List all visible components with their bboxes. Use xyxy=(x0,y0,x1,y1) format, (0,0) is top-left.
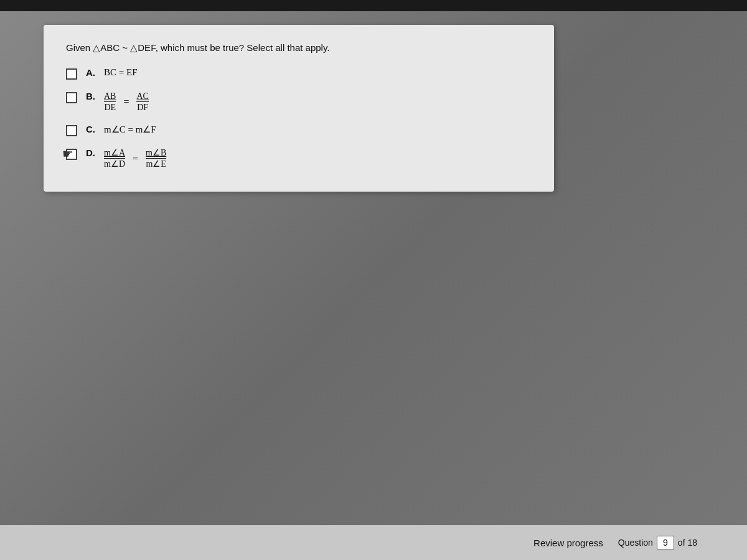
cursor-icon: ☛ xyxy=(62,146,73,161)
fraction-b-right-num: AC xyxy=(136,91,148,102)
question-indicator: Question 9 of 18 xyxy=(618,536,697,549)
fraction-b-left: AB DE xyxy=(104,91,116,113)
equals-d: = xyxy=(133,153,138,164)
checkbox-d[interactable]: ☛ xyxy=(66,149,77,160)
answer-options: A. BC = EF B. AB DE = AC D xyxy=(66,67,532,169)
option-c-text: m∠C = m∠F xyxy=(104,124,156,135)
option-c-label: C. xyxy=(86,124,95,134)
fraction-d-right-den: m∠E xyxy=(146,159,166,169)
fraction-d-left-den: m∠D xyxy=(104,159,125,169)
fraction-d-left-num: m∠A xyxy=(104,148,125,159)
fraction-d: m∠A m∠D = m∠B m∠E xyxy=(104,148,166,169)
top-bar xyxy=(0,0,747,11)
screen-background: Given △ABC ~ △DEF, which must be true? S… xyxy=(0,0,747,560)
question-label: Question xyxy=(618,538,653,548)
fraction-d-left: m∠A m∠D xyxy=(104,148,125,169)
checkbox-b[interactable] xyxy=(66,92,77,103)
fraction-b: AB DE = AC DF xyxy=(104,91,149,113)
option-b-content: AB DE = AC DF xyxy=(104,91,149,113)
checkbox-a[interactable] xyxy=(66,68,77,80)
option-a: A. BC = EF xyxy=(66,67,532,80)
fraction-b-right: AC DF xyxy=(136,91,148,113)
option-c: C. m∠C = m∠F xyxy=(66,124,532,136)
option-b-label: B. xyxy=(86,91,95,101)
fraction-d-right: m∠B m∠E xyxy=(146,148,166,169)
equals-b: = xyxy=(123,96,129,108)
question-card: Given △ABC ~ △DEF, which must be true? S… xyxy=(44,25,554,192)
option-b: B. AB DE = AC DF xyxy=(66,91,532,113)
option-d: ☛ D. m∠A m∠D = m∠B m∠E xyxy=(66,147,532,169)
bottom-bar: Review progress Question 9 of 18 xyxy=(0,525,747,560)
question-text: Given △ABC ~ △DEF, which must be true? S… xyxy=(66,42,532,54)
option-d-label: D. xyxy=(86,147,95,158)
fraction-b-left-den: DE xyxy=(104,102,116,112)
option-d-content: m∠A m∠D = m∠B m∠E xyxy=(104,147,166,169)
fraction-b-right-den: DF xyxy=(137,102,148,112)
fraction-d-right-num: m∠B xyxy=(146,148,166,159)
checkbox-c[interactable] xyxy=(66,125,77,136)
fraction-b-left-num: AB xyxy=(104,91,116,102)
of-total: of 18 xyxy=(678,538,697,548)
question-number: 9 xyxy=(657,536,674,549)
option-a-text: BC = EF xyxy=(104,67,137,78)
review-progress-button[interactable]: Review progress xyxy=(529,535,608,551)
option-a-label: A. xyxy=(86,67,95,78)
